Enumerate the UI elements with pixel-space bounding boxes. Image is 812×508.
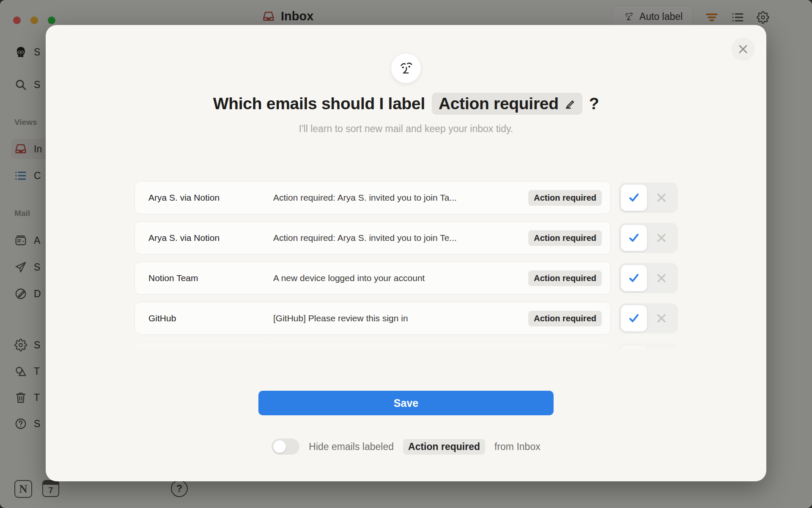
toggle-text-suffix: from Inbox	[494, 441, 540, 453]
close-modal-button[interactable]	[731, 37, 755, 61]
reject-label-button[interactable]	[647, 225, 676, 251]
email-row: Arya S. via Notion Action required: Arya…	[134, 181, 678, 214]
check-icon	[627, 271, 641, 285]
hide-labeled-toggle-row: Hide emails labeled Action required from…	[46, 439, 766, 455]
email-label-chip: Action required	[528, 271, 602, 286]
reject-label-button[interactable]	[647, 265, 676, 291]
close-icon	[738, 44, 749, 55]
email-sender: Arya S. via Notion	[148, 193, 273, 203]
check-icon	[627, 191, 641, 204]
toggle-knob	[273, 440, 286, 453]
email-row-partial	[134, 342, 678, 353]
email-label-chip: Action required	[528, 311, 602, 326]
modal-title-suffix: ?	[589, 94, 599, 113]
modal-title-prefix: Which emails should I label	[213, 94, 425, 113]
check-icon	[627, 312, 641, 325]
email-sender: Arya S. via Notion	[148, 233, 273, 243]
reject-label-button[interactable]	[647, 185, 676, 211]
auto-label-avatar	[391, 53, 421, 83]
email-row: Notion Team A new device logged into you…	[134, 262, 678, 295]
label-name-text: Action required	[439, 94, 559, 113]
edit-pencil-icon	[564, 98, 576, 110]
label-vote-group	[619, 303, 678, 334]
email-label-chip: Action required	[528, 230, 602, 246]
confirm-label-button[interactable]	[621, 265, 647, 291]
confirm-label-button[interactable]	[621, 185, 647, 211]
email-card: GitHub [GitHub] Please review this sign …	[134, 302, 611, 335]
x-icon	[656, 272, 667, 284]
confirm-label-button[interactable]	[621, 305, 647, 331]
email-subject: Action required: Arya S. invited you to …	[273, 193, 528, 203]
label-vote-group	[619, 263, 678, 293]
check-icon	[627, 231, 641, 245]
hide-labeled-toggle[interactable]	[272, 439, 299, 455]
auto-label-modal: Which emails should I label Action requi…	[46, 25, 766, 481]
email-row: GitHub [GitHub] Please review this sign …	[134, 302, 678, 335]
email-subject: Action required: Arya S. invited you to …	[273, 233, 528, 243]
confirm-label-button[interactable]	[621, 225, 647, 251]
label-name-chip[interactable]: Action required	[432, 93, 582, 115]
label-vote-group	[619, 182, 678, 213]
confirm-label-button[interactable]	[621, 345, 647, 353]
save-button[interactable]: Save	[258, 391, 554, 415]
email-sample-list: Arya S. via Notion Action required: Arya…	[134, 181, 678, 353]
modal-subtitle: I'll learn to sort new mail and keep you…	[46, 123, 766, 135]
label-vote-group	[619, 343, 678, 353]
toggle-label-chip: Action required	[403, 439, 485, 455]
x-icon	[656, 312, 667, 324]
x-icon	[656, 192, 667, 204]
email-subject: A new device logged into your account	[273, 273, 528, 283]
email-sender: GitHub	[148, 313, 273, 323]
label-vote-group	[619, 223, 678, 253]
x-icon	[656, 232, 667, 244]
reject-label-button[interactable]	[647, 305, 676, 331]
modal-title: Which emails should I label Action requi…	[46, 93, 766, 115]
reject-label-button[interactable]	[647, 345, 676, 353]
email-sender: Notion Team	[148, 273, 273, 283]
email-label-chip: Action required	[528, 190, 602, 206]
email-card: Notion Team A new device logged into you…	[134, 262, 611, 295]
auto-label-face-icon	[397, 59, 415, 77]
email-subject: [GitHub] Please review this sign in	[273, 313, 528, 323]
email-card	[134, 342, 611, 353]
email-card: Arya S. via Notion Action required: Arya…	[134, 221, 611, 254]
toggle-text-prefix: Hide emails labeled	[309, 441, 394, 453]
email-row: Arya S. via Notion Action required: Arya…	[134, 221, 678, 254]
email-card: Arya S. via Notion Action required: Arya…	[134, 181, 611, 214]
